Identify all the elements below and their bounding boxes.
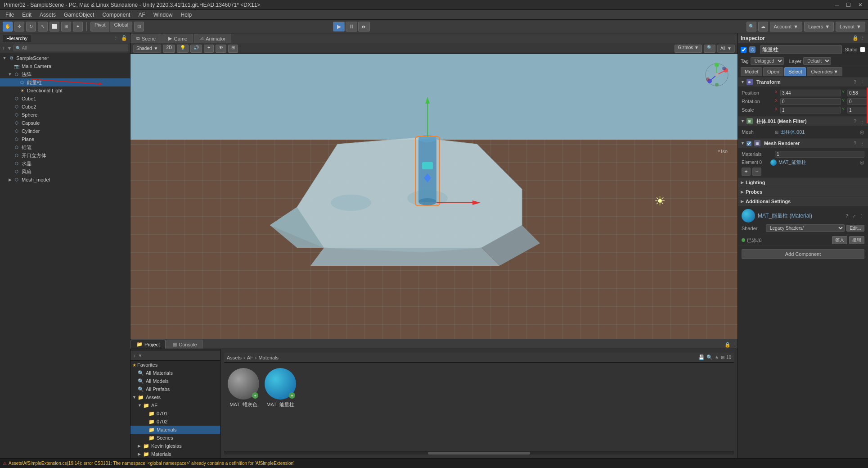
- tree-item-kaifang[interactable]: ▶ ⬡ 开口立方体: [0, 151, 130, 159]
- tree-item-cube2[interactable]: ▶ ⬡ Cube2: [0, 103, 130, 111]
- tree-item-fayue[interactable]: ▼ ⬡ 法阵: [0, 70, 130, 78]
- window-controls[interactable]: ─ ☐ ✕: [833, 2, 864, 8]
- audio-toggle[interactable]: 🔊: [190, 45, 202, 53]
- tree-arrow-meshmodel[interactable]: ▶: [7, 177, 13, 182]
- tree-item-plane[interactable]: ▶ ⬡ Plane: [0, 135, 130, 143]
- probes-header[interactable]: ▶ Probes: [738, 187, 868, 196]
- light-toggle[interactable]: 💡: [177, 45, 189, 53]
- folder-item-all-prefabs[interactable]: 🔍 All Prefabs: [130, 385, 220, 393]
- layout-btn[interactable]: Layout ▼: [836, 22, 865, 32]
- snap-btn[interactable]: ⊡: [134, 22, 144, 32]
- transform-tool[interactable]: ⊞: [61, 22, 71, 32]
- folder-item-assets[interactable]: ▼ 📁 Assets: [130, 393, 220, 401]
- step-btn[interactable]: ⏭: [358, 22, 370, 32]
- rot-x-field[interactable]: [780, 98, 841, 105]
- tab-console[interactable]: ▤ Console: [166, 340, 202, 349]
- mesh-renderer-header[interactable]: ▼ ▦ Mesh Renderer ? ⋮: [738, 139, 868, 148]
- tab-game[interactable]: ▶ Game: [162, 34, 193, 43]
- tab-project[interactable]: 📁 Project: [130, 340, 166, 349]
- tree-item-capsule[interactable]: ▶ ⬡ Capsule: [0, 119, 130, 127]
- shader-dropdown[interactable]: Legacy Shaders/: [766, 224, 845, 232]
- project-save-btn[interactable]: 💾: [698, 354, 705, 360]
- tree-item-lvbi[interactable]: ▶ ⬡ 铝笔: [0, 143, 130, 151]
- add-component-btn[interactable]: Add Component: [742, 249, 864, 259]
- folder-item-all-models[interactable]: 🔍 All Models: [130, 377, 220, 385]
- tab-scene[interactable]: ⧉ Scene: [130, 34, 162, 43]
- folder-item-favorites[interactable]: ★ Favorites: [130, 361, 220, 369]
- menu-component[interactable]: Component: [99, 11, 134, 19]
- scene-search-btn[interactable]: 🔍: [704, 45, 715, 53]
- shading-mode-dropdown[interactable]: Shaded ▼: [133, 45, 161, 53]
- open-btn[interactable]: Open: [763, 67, 783, 76]
- menu-file[interactable]: File: [2, 11, 18, 19]
- tree-item-directionallight[interactable]: ▶ ☀ Directional Light: [0, 86, 130, 95]
- transform-section-header[interactable]: ▼ ⊕ Transform ? ⋮: [738, 77, 868, 86]
- folder-item-all-materials[interactable]: 🔍 All Materials: [130, 369, 220, 377]
- mat-remove-btn[interactable]: −: [752, 168, 761, 176]
- tree-item-fengshan[interactable]: ▶ ⬡ 风扇: [0, 168, 130, 176]
- gizmos-btn[interactable]: Gizmos ▼: [675, 45, 702, 53]
- project-more-btn[interactable]: ▼: [138, 353, 142, 358]
- additional-settings-header[interactable]: ▶ Additional Settings: [738, 197, 868, 206]
- tree-arrow-samplescene[interactable]: ▼: [2, 55, 7, 61]
- gizmo-widget[interactable]: [703, 61, 730, 88]
- menu-help[interactable]: Help: [177, 11, 195, 19]
- scale-tool[interactable]: ⤡: [38, 22, 48, 32]
- add-hierarchy-btn[interactable]: +: [2, 45, 5, 51]
- rotate-tool[interactable]: ↻: [26, 22, 36, 32]
- hand-tool[interactable]: ✋: [3, 22, 13, 32]
- mesh-filter-settings-btn[interactable]: ⋮: [859, 118, 865, 124]
- pause-btn[interactable]: ⏸: [346, 22, 357, 32]
- pos-x-field[interactable]: [780, 90, 841, 96]
- materials-count-input[interactable]: [775, 151, 864, 158]
- mesh-filter-help-btn[interactable]: ?: [852, 118, 858, 124]
- breadcrumb-materials[interactable]: Materials: [258, 355, 279, 360]
- folder-item-af[interactable]: ▼ 📁 AF: [130, 401, 220, 409]
- custom-tool[interactable]: ✦: [73, 22, 83, 32]
- layer-dropdown[interactable]: Default: [803, 57, 831, 65]
- folder-item-scenes-af[interactable]: ▶ 📁 Scenes: [130, 434, 220, 442]
- close-btn[interactable]: ✕: [856, 2, 864, 8]
- tree-item-cube1[interactable]: ▶ ⬡ Cube1: [0, 95, 130, 103]
- hierarchy-search[interactable]: 🔍 All: [13, 45, 128, 51]
- shader-edit-btn[interactable]: Edit...: [846, 225, 864, 232]
- tree-item-shuijing[interactable]: ▶ ⬡ 水晶: [0, 159, 130, 168]
- 2d-toggle[interactable]: 2D: [163, 45, 175, 53]
- project-scrollbar[interactable]: [224, 451, 734, 454]
- inspector-lock-btn[interactable]: 🔒: [852, 35, 859, 41]
- move-tool[interactable]: ✛: [14, 22, 24, 32]
- mesh-select-btn[interactable]: ◎: [860, 129, 864, 135]
- folder-item-materials-root[interactable]: ▶ 📁 Materials: [130, 450, 220, 458]
- lighting-header[interactable]: ▶ Lighting: [738, 178, 868, 187]
- mesh-renderer-settings-btn[interactable]: ⋮: [859, 140, 865, 146]
- tree-item-meshmodel[interactable]: ▶ ⬡ Mesh_model: [0, 176, 130, 184]
- pos-y-field[interactable]: [847, 90, 868, 96]
- all-dropdown[interactable]: All ▼: [717, 45, 735, 53]
- add-project-btn[interactable]: +: [133, 353, 136, 359]
- rot-y-field[interactable]: [847, 98, 868, 105]
- hierarchy-more-btn[interactable]: ▼: [7, 45, 12, 51]
- static-checkbox[interactable]: [860, 47, 865, 52]
- grid-toggle[interactable]: ⊞: [228, 45, 238, 53]
- mesh-renderer-enable[interactable]: [747, 141, 751, 146]
- model-btn[interactable]: Model: [741, 67, 762, 76]
- sign-in-btn[interactable]: 签入: [832, 236, 847, 244]
- scene-viewport[interactable]: ☀: [130, 54, 738, 339]
- mat-select-btn[interactable]: ◎: [860, 159, 864, 165]
- project-menu-btn[interactable]: ⋮: [733, 342, 738, 348]
- select-btn[interactable]: Select: [784, 67, 806, 76]
- material-item-matgray[interactable]: + MAT_蜡灰色: [228, 368, 259, 408]
- mesh-ref[interactable]: ⊞ 田柱体.001: [775, 129, 805, 136]
- folder-item-kevin[interactable]: ▶ 📁 Kevin Iglesias: [130, 442, 220, 450]
- material-item-matblue[interactable]: + MAT_能量柱: [265, 368, 296, 408]
- transform-settings-btn[interactable]: ⋮: [859, 79, 865, 85]
- tree-item-nengliangzhu[interactable]: ▶ ⬡ 能量柱: [0, 78, 130, 86]
- tag-dropdown[interactable]: Untagged: [751, 57, 784, 65]
- layers-btn[interactable]: Layers ▼: [804, 22, 834, 32]
- overrides-btn[interactable]: Overrides ▼: [807, 67, 842, 76]
- hierarchy-lock-btn[interactable]: 🔓: [121, 35, 127, 41]
- project-star-btn[interactable]: ★: [715, 354, 719, 360]
- menu-af[interactable]: AF: [135, 11, 148, 19]
- scale-x-field[interactable]: [780, 107, 841, 114]
- menu-gameobject[interactable]: GameObject: [60, 11, 98, 19]
